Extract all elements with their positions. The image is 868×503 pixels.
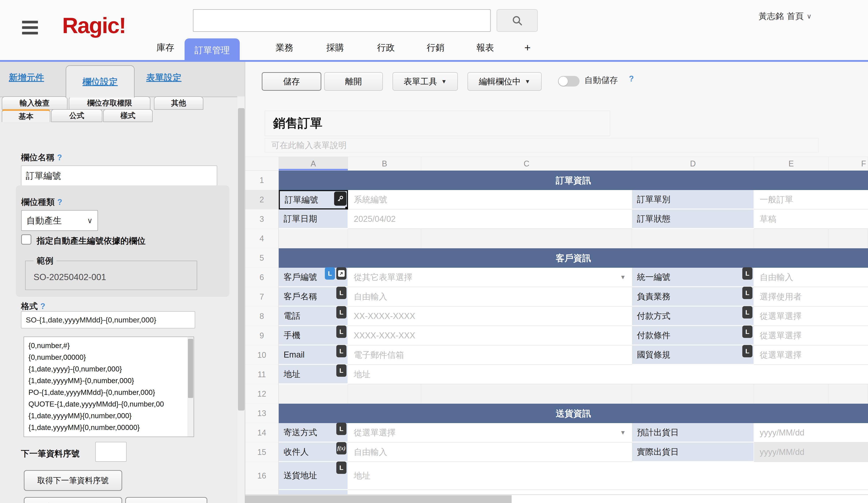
column-header-B[interactable]: B (348, 157, 421, 171)
field-label-order-date[interactable]: 訂單日期 (279, 210, 348, 229)
list-item[interactable]: {1,date,yyyyMM}-{0,number,000} (24, 375, 187, 386)
field-label-shipping-method[interactable]: 寄送方式L (279, 423, 348, 443)
nav-tab-admin[interactable]: 行政 (373, 41, 399, 54)
field-value-shipping-address[interactable]: 地址 (348, 462, 868, 490)
field-value-phone[interactable]: XX-XXXX-XXXX (348, 306, 632, 326)
column-header-E[interactable]: E (754, 157, 828, 171)
nav-tab-marketing[interactable]: 行銷 (422, 41, 449, 54)
help-icon[interactable]: ? (40, 302, 45, 311)
horizontal-scrollbar-thumb[interactable] (245, 495, 512, 503)
help-icon[interactable]: ? (57, 198, 62, 207)
section-banner-order-info[interactable]: 訂單資訊 (279, 171, 868, 190)
hamburger-menu-icon[interactable] (22, 21, 38, 37)
row-header-15[interactable]: 15 (245, 443, 279, 462)
row-header-11[interactable]: 11 (245, 365, 279, 384)
field-value-shipping-method[interactable]: 從選單選擇▼ (348, 423, 632, 443)
get-next-serial-button[interactable]: 取得下一筆資料序號 (24, 470, 122, 491)
column-header-F[interactable]: F (828, 157, 868, 171)
list-scrollbar[interactable] (187, 337, 194, 436)
empty-cell[interactable] (348, 229, 421, 248)
empty-cell[interactable] (754, 384, 828, 404)
field-label-address[interactable]: 地址L (279, 365, 348, 384)
field-label-order-status[interactable]: 訂單狀態 (632, 210, 754, 229)
empty-cell[interactable] (279, 384, 348, 404)
field-label-mobile[interactable]: 手機L (279, 326, 348, 345)
format-input[interactable] (21, 311, 195, 329)
row-header-1[interactable]: 1 (245, 171, 279, 190)
corner-cell[interactable] (245, 157, 279, 171)
empty-cell[interactable] (421, 229, 632, 248)
list-item[interactable]: {1,date,yyyyMM}{0,number,00000} (24, 422, 187, 433)
field-value-order-status[interactable]: 草稿 (754, 210, 868, 229)
empty-cell[interactable] (828, 384, 868, 404)
partial-row-label-cell[interactable] (279, 490, 348, 495)
autofill-empty-button[interactable]: 空值自動填入 (125, 497, 207, 503)
edit-fields-dropdown[interactable]: 編輯欄位中▼ (467, 72, 541, 91)
tab-formula[interactable]: 公式 (51, 109, 102, 122)
sidebar-scrollbar-thumb[interactable] (238, 108, 245, 411)
tab-add-component[interactable]: 新增元件 (9, 71, 44, 84)
empty-cell[interactable] (632, 229, 754, 248)
nav-tab-order-management[interactable]: 訂單管理 (185, 38, 240, 62)
field-label-order-number[interactable]: 訂單編號 (279, 190, 348, 210)
field-label-expected-ship-date[interactable]: 預計出貨日 (632, 423, 754, 443)
tab-form-settings[interactable]: 表單設定 (146, 71, 182, 84)
field-label-recipient[interactable]: 收件人f(x) (279, 443, 348, 462)
tab-style[interactable]: 樣式 (103, 109, 153, 122)
section-banner-shipping-info[interactable]: 送貨資訊 (279, 404, 868, 423)
form-tools-dropdown[interactable]: 表單工具▼ (393, 72, 458, 91)
field-label-incoterms[interactable]: 國貿條規L (632, 345, 754, 365)
sidebar-scrollbar[interactable] (237, 97, 245, 503)
tab-basic[interactable]: 基本 (2, 109, 50, 122)
next-serial-input[interactable] (95, 442, 127, 462)
field-value-mobile[interactable]: XXXX-XXX-XXX (348, 326, 632, 345)
row-header-6[interactable]: 6 (245, 268, 279, 287)
row-header-9[interactable]: 9 (245, 326, 279, 345)
column-header-D[interactable]: D (632, 157, 754, 171)
field-value-incoterms[interactable]: 從選單選擇 (754, 345, 868, 365)
field-value-tax-id[interactable]: 自由輸入 (754, 268, 868, 287)
list-item[interactable]: {0,number,00000} (24, 351, 187, 363)
form-title-box[interactable]: 銷售訂單 (265, 111, 610, 136)
row-header-12[interactable]: 12 (245, 384, 279, 404)
row-header-17[interactable] (245, 490, 279, 495)
help-icon[interactable]: ? (629, 74, 634, 83)
search-button[interactable] (497, 9, 538, 32)
empty-cell[interactable] (279, 229, 348, 248)
save-button[interactable]: 儲存 (262, 72, 321, 91)
column-header-C[interactable]: C (421, 157, 632, 171)
field-label-tax-id[interactable]: 統一編號L (632, 268, 754, 287)
ragic-logo[interactable]: Ragic! (62, 13, 126, 38)
tab-input-validation[interactable]: 輸入檢查 (2, 97, 68, 110)
field-label-sales-rep[interactable]: 負責業務L (632, 287, 754, 306)
nav-tab-sales[interactable]: 業務 (271, 41, 298, 54)
format-options-list[interactable]: {0,number,#} {0,number,00000} {1,date,yy… (24, 336, 194, 437)
field-value-address[interactable]: 地址 (348, 365, 868, 384)
nav-tab-inventory[interactable]: 庫存 (152, 41, 179, 54)
row-header-10[interactable]: 10 (245, 345, 279, 365)
field-name-input[interactable] (21, 165, 217, 186)
section-banner-customer-info[interactable]: 客戶資訊 (279, 248, 868, 268)
field-value-recipient[interactable]: 自由輸入 (348, 443, 632, 462)
empty-cell[interactable] (421, 384, 632, 404)
user-menu[interactable]: 黃志銘 首頁 ∨ (758, 11, 812, 22)
field-label-customer-id[interactable]: 客戶編號 L (279, 268, 348, 287)
list-scrollbar-thumb[interactable] (188, 339, 193, 398)
field-label-actual-ship-date[interactable]: 實際出貨日 (632, 443, 754, 462)
field-value-sales-rep[interactable]: 選擇使用者 (754, 287, 868, 306)
row-header-4[interactable]: 4 (245, 229, 279, 248)
set-next-serial-button[interactable]: 設定下一筆資料序號 (24, 497, 122, 503)
empty-cell[interactable] (754, 229, 828, 248)
column-header-A[interactable]: A (279, 157, 348, 171)
field-value-order-type[interactable]: 一般訂單 (754, 190, 868, 210)
leave-button[interactable]: 離開 (324, 72, 383, 91)
nav-add-tab-button[interactable]: + (519, 41, 536, 54)
field-value-order-date[interactable]: 2025/04/02 (348, 210, 632, 229)
tab-other[interactable]: 其他 (154, 97, 203, 110)
list-item[interactable]: {1,date,yyyyMM}{0,number,000} (24, 410, 187, 422)
field-type-select[interactable]: 自動產生 ∨ (21, 210, 98, 231)
nav-tab-purchasing[interactable]: 採購 (322, 41, 349, 54)
help-icon[interactable]: ? (57, 153, 62, 162)
row-header-3[interactable]: 3 (245, 210, 279, 229)
field-label-customer-name[interactable]: 客戶名稱L (279, 287, 348, 306)
